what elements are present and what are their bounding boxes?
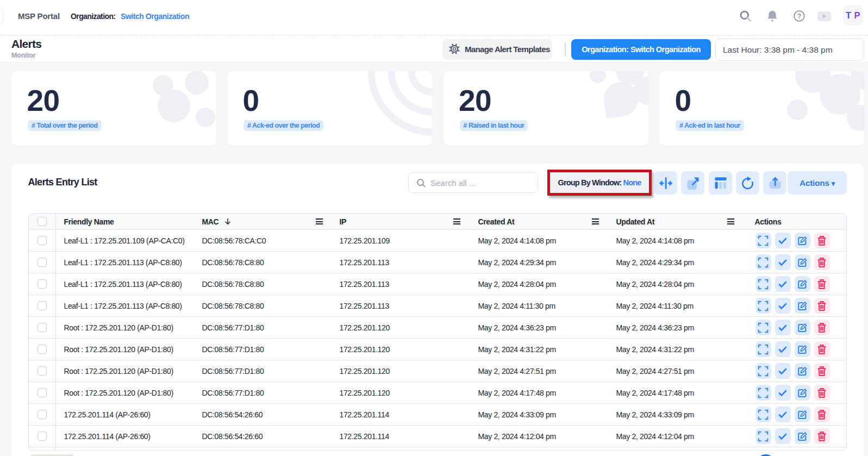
svg-text:?: ? (797, 13, 801, 20)
